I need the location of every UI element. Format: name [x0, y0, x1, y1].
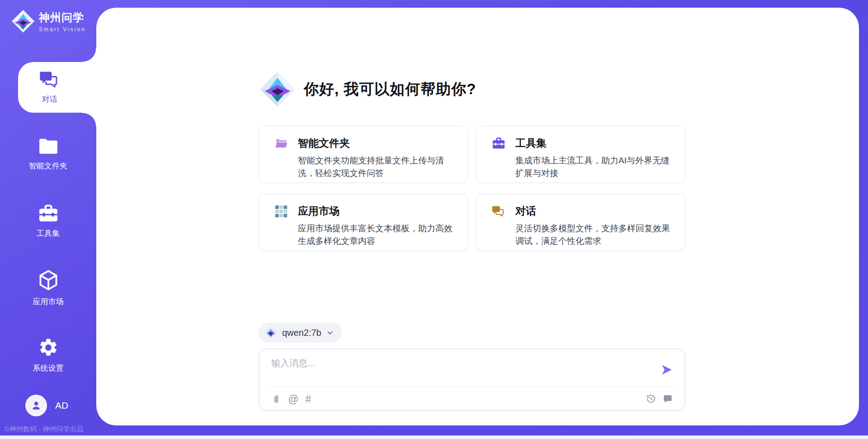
sidebar-item-smart-folder[interactable]: 智能文件夹	[0, 129, 96, 180]
app-title-block: 神州问学 Smart Vision	[39, 10, 86, 33]
cube-icon	[38, 270, 59, 291]
sidebar-item-app-market[interactable]: 应用市场	[0, 263, 96, 314]
sidebar-item-settings[interactable]: 系统设置	[0, 330, 96, 381]
message-icon	[663, 394, 673, 404]
sidebar-item-label: 对话	[42, 94, 57, 105]
chat-icon	[492, 205, 505, 218]
composer-tools: @ #	[271, 394, 311, 405]
card-title: 工具集	[515, 136, 547, 150]
history-icon	[646, 394, 656, 404]
greeting: 你好, 我可以如何帮助你?	[259, 70, 476, 108]
brand-diamond-icon	[259, 70, 297, 108]
grid-icon	[274, 205, 288, 218]
card-description: 智能文件夹功能支持批量文件上传与清洗，轻松实现文件问答	[298, 154, 456, 180]
app-logo: 神州问学 Smart Vision	[11, 9, 86, 33]
card-description: 应用市场提供丰富长文本模板，助力高效生成多样化文章内容	[298, 222, 456, 248]
card-header: 应用市场	[274, 204, 456, 218]
toolbox-icon	[38, 204, 59, 223]
sidebar-item-label: 系统设置	[33, 363, 64, 373]
history-button[interactable]	[646, 394, 656, 404]
greeting-title: 你好, 我可以如何帮助你?	[304, 79, 476, 100]
sidebar: 神州问学 Smart Vision 对话 智能文件夹	[0, 0, 96, 439]
chevron-down-icon	[326, 329, 334, 336]
card-header: 智能文件夹	[274, 136, 456, 150]
user-name: AD	[55, 400, 68, 411]
card-description: 灵活切换多模型文件，支持多样回复效果调试，满足个性化需求	[515, 222, 673, 248]
composer-right-tools	[646, 394, 673, 404]
feature-card-app-market[interactable]: 应用市场 应用市场提供丰富长文本模板，助力高效生成多样化文章内容	[259, 194, 468, 251]
toolbox-icon	[492, 137, 505, 150]
send-icon	[661, 364, 673, 376]
model-name: qwen2:7b	[282, 328, 321, 338]
card-description: 集成市场上主流工具，助力AI与外界无缝扩展与对接	[515, 154, 673, 180]
card-title: 智能文件夹	[298, 136, 350, 150]
feature-cards: 智能文件夹 智能文件夹功能支持批量文件上传与清洗，轻松实现文件问答 工具集 集成…	[259, 126, 685, 251]
user-avatar-icon	[30, 399, 42, 412]
card-title: 对话	[515, 204, 536, 218]
gear-icon	[38, 337, 59, 358]
app-title: 神州问学	[39, 10, 86, 25]
folder-icon	[38, 138, 59, 156]
mention-button[interactable]: @	[288, 394, 298, 404]
copyright-text: ©神州数码 · 神州问学出品	[5, 425, 96, 434]
feature-card-chat[interactable]: 对话 灵活切换多模型文件，支持多样回复效果调试，满足个性化需求	[476, 194, 685, 251]
feature-card-toolset[interactable]: 工具集 集成市场上主流工具，助力AI与外界无缝扩展与对接	[476, 126, 685, 183]
send-button[interactable]	[660, 363, 674, 377]
model-selector-button[interactable]: qwen2:7b	[259, 323, 342, 343]
attach-button[interactable]	[271, 394, 281, 405]
user-profile[interactable]: AD	[25, 395, 68, 416]
sidebar-item-chat[interactable]: 对话	[18, 62, 96, 113]
paperclip-icon	[271, 394, 281, 405]
feedback-button[interactable]	[663, 394, 673, 404]
sidebar-item-toolset[interactable]: 工具集	[0, 196, 96, 247]
card-title: 应用市场	[298, 204, 340, 218]
chat-icon	[39, 70, 60, 89]
app-window: 神州问学 Smart Vision 对话 智能文件夹	[0, 0, 868, 439]
window-bottom-edge	[0, 435, 868, 439]
folder-open-icon	[274, 138, 288, 149]
sidebar-item-label: 工具集	[37, 228, 60, 239]
app-subtitle: Smart Vision	[39, 26, 86, 33]
message-composer: @ #	[259, 348, 685, 411]
card-header: 对话	[492, 204, 673, 218]
avatar	[25, 395, 47, 416]
sidebar-item-label: 智能文件夹	[29, 161, 67, 171]
card-header: 工具集	[492, 136, 673, 150]
brand-diamond-icon	[264, 326, 277, 339]
topic-button[interactable]: #	[305, 394, 311, 404]
main-panel: 你好, 我可以如何帮助你? 智能文件夹 智能文件夹功能支持批量文件上传与清洗，轻…	[96, 8, 859, 425]
sidebar-item-label: 应用市场	[33, 296, 64, 307]
message-input[interactable]	[271, 357, 646, 383]
composer-divider	[269, 387, 675, 387]
brand-diamond-icon	[11, 9, 35, 33]
feature-card-smart-folder[interactable]: 智能文件夹 智能文件夹功能支持批量文件上传与清洗，轻松实现文件问答	[259, 126, 468, 183]
